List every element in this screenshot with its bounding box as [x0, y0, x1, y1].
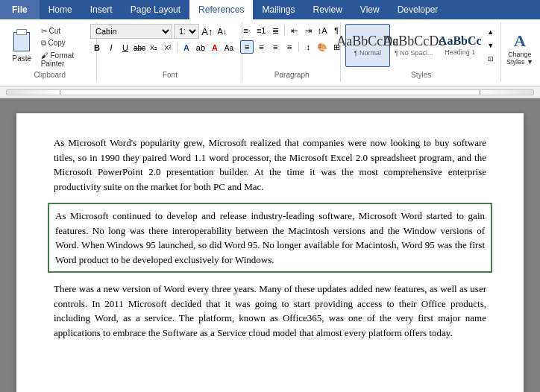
italic-button[interactable]: I — [104, 41, 118, 54]
style-heading1[interactable]: AaBbCc Heading 1 — [438, 24, 483, 67]
clipboard-small-buttons: ✂ Cut ⧉ Copy 🖌 Format Painter — [38, 25, 92, 69]
font-group-label: Font — [163, 71, 178, 79]
font-group: Cabin 11 A↑ A↓ B I U abc X₂ X² A ab A Aa — [98, 22, 242, 82]
font-size-aa-button[interactable]: Aa — [222, 41, 236, 54]
styles-content: AaBbCcDc ¶ Normal AaBbCcDc ¶ No Spaci...… — [345, 24, 483, 67]
change-styles-icon: A — [514, 31, 526, 51]
tab-mailings[interactable]: Mailings — [253, 0, 304, 19]
underline-button[interactable]: U — [119, 41, 132, 54]
para-row-1: ≡· ≡1 ≣ ⇤ ⇥ ↕A ¶ — [240, 24, 343, 37]
format-painter-button[interactable]: 🖌 Format Painter — [38, 50, 92, 69]
decrease-indent-button[interactable]: ⇤ — [287, 24, 301, 37]
styles-scroll-down[interactable]: ▼ — [484, 39, 497, 52]
ribbon: Paste ✂ Cut ⧉ Copy 🖌 Format Painter Clip… — [0, 19, 540, 86]
paragraph-group-label: Paragraph — [274, 71, 310, 79]
clipboard-content: Paste ✂ Cut ⧉ Copy 🖌 Format Painter — [7, 24, 92, 69]
ruler-bar — [6, 89, 534, 95]
align-left-button[interactable]: ≡ — [240, 40, 254, 54]
font-format-row: B I U abc X₂ X² A ab A Aa ✕ — [90, 41, 250, 54]
tab-references[interactable]: References — [189, 0, 253, 19]
cut-button[interactable]: ✂ Cut — [38, 25, 92, 37]
strikethrough-button[interactable]: abc — [133, 41, 146, 54]
paragraph-2-highlighted: As Microsoft continued to develop and re… — [48, 203, 492, 273]
separator — [177, 42, 178, 53]
change-styles-label: ChangeStyles ▼ — [506, 51, 533, 66]
styles-scroll: ▲ ▼ ⊡ — [484, 25, 497, 66]
paragraph-1: As Microsoft Word's popularity grew, Mic… — [54, 136, 486, 194]
tab-insert[interactable]: Insert — [81, 0, 122, 19]
justify-button[interactable]: ≡ — [283, 40, 296, 54]
tab-view[interactable]: View — [351, 0, 389, 19]
paste-button[interactable]: Paste — [7, 24, 37, 67]
align-right-button[interactable]: ≡ — [269, 40, 282, 54]
separator — [284, 25, 285, 36]
subscript-button[interactable]: X₂ — [147, 41, 160, 54]
clipboard-group-label: Clipboard — [34, 71, 66, 79]
copy-button[interactable]: ⧉ Copy — [38, 37, 92, 49]
numbering-button[interactable]: ≡1 — [254, 24, 268, 37]
bullets-button[interactable]: ≡· — [240, 24, 254, 37]
tab-file[interactable]: File — [0, 0, 40, 19]
styles-expand[interactable]: ⊡ — [484, 52, 497, 66]
tab-review[interactable]: Review — [304, 0, 351, 19]
superscript-button[interactable]: X² — [161, 41, 175, 54]
text-effects-button[interactable]: A — [180, 41, 193, 54]
tab-home[interactable]: Home — [40, 0, 81, 19]
style-heading1-preview: AaBbCc — [439, 35, 482, 47]
multilevel-list-button[interactable]: ≣ — [269, 24, 282, 37]
increase-indent-button[interactable]: ⇥ — [301, 24, 315, 37]
paragraph-3: There was a new version of Word every th… — [54, 282, 486, 340]
paragraph-content: ≡· ≡1 ≣ ⇤ ⇥ ↕A ¶ ≡ ≡ ≡ ≡ ↕ 🎨 ⊞ — [240, 24, 343, 72]
styles-group: AaBbCcDc ¶ Normal AaBbCcDc ¶ No Spaci...… — [342, 22, 501, 82]
document-page[interactable]: As Microsoft Word's popularity grew, Mic… — [16, 113, 524, 392]
grow-font-button[interactable]: A↑ — [201, 25, 214, 38]
tab-developer[interactable]: Developer — [389, 0, 448, 19]
shrink-font-button[interactable]: A↓ — [216, 25, 229, 38]
ruler — [0, 86, 540, 98]
highlight-button[interactable]: ab — [194, 41, 207, 54]
separator — [298, 42, 299, 52]
para-row-2: ≡ ≡ ≡ ≡ ↕ 🎨 ⊞ — [240, 40, 343, 54]
clipboard-group: Paste ✂ Cut ⧉ Copy 🖌 Format Painter Clip… — [3, 22, 97, 82]
style-heading1-label: Heading 1 — [445, 48, 475, 56]
tab-page-layout[interactable]: Page Layout — [122, 0, 189, 19]
paste-icon — [10, 29, 33, 54]
style-normal-label: ¶ Normal — [354, 49, 381, 57]
line-spacing-button[interactable]: ↕ — [301, 40, 315, 54]
sort-button[interactable]: ↕A — [315, 24, 329, 37]
font-name-select[interactable]: Cabin — [90, 24, 172, 39]
styles-scroll-up[interactable]: ▲ — [484, 25, 497, 39]
font-content: Cabin 11 A↑ A↓ B I U abc X₂ X² A ab A Aa — [90, 24, 250, 72]
paragraph-group: ≡· ≡1 ≣ ⇤ ⇥ ↕A ¶ ≡ ≡ ≡ ≡ ↕ 🎨 ⊞ Paragraph — [244, 22, 341, 82]
font-name-row: Cabin 11 A↑ A↓ — [90, 24, 250, 39]
style-no-spacing-label: ¶ No Spaci... — [395, 49, 433, 57]
shading-button[interactable]: 🎨 — [315, 40, 329, 54]
font-size-select[interactable]: 11 — [174, 24, 199, 39]
ruler-marker-right — [480, 90, 480, 95]
style-no-spacing-preview: AaBbCcDc — [383, 34, 445, 48]
change-styles-button[interactable]: A ChangeStyles ▼ — [503, 22, 537, 75]
align-center-button[interactable]: ≡ — [254, 40, 268, 54]
style-no-spacing[interactable]: AaBbCcDc ¶ No Spaci... — [392, 24, 436, 67]
document-area: As Microsoft Word's popularity grew, Mic… — [0, 98, 540, 392]
ruler-marker-left — [60, 90, 60, 95]
ribbon-tabs: File Home Insert Page Layout References … — [0, 0, 540, 19]
styles-group-label: Styles — [342, 71, 500, 79]
font-color-button[interactable]: A — [208, 41, 222, 54]
bold-button[interactable]: B — [90, 41, 104, 54]
